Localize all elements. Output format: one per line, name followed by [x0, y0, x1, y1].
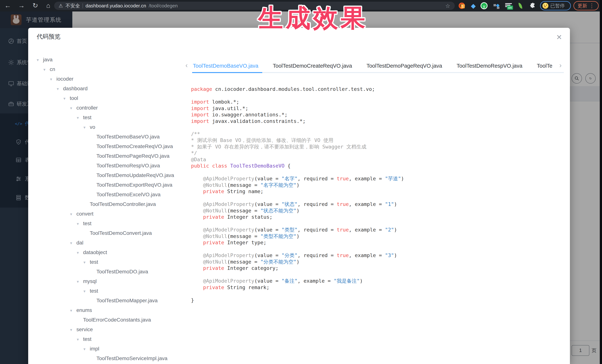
code-token-pl: , example =	[349, 252, 385, 258]
caret-down-icon[interactable]: ▾	[64, 94, 70, 104]
code-token-pl: )	[296, 182, 299, 188]
tab-1[interactable]: ToolTestDemoBaseVO.java	[193, 59, 258, 73]
caret-down-icon[interactable]: ▾	[37, 55, 43, 65]
tree-file-ToolTestDemoPageReqVO.java[interactable]: ToolTestDemoPageReqVO.java	[0, 151, 170, 161]
extension-y-icon[interactable]: y	[480, 2, 488, 10]
tree-file-ToolTestDemoController.java[interactable]: ToolTestDemoController.java	[0, 199, 156, 209]
extension-gem-icon[interactable]: ◆	[469, 2, 477, 10]
tree-folder-dal[interactable]: ▾dal	[0, 238, 83, 248]
caret-down-icon[interactable]: ▾	[77, 113, 83, 123]
tree-file-ToolTestDemoUpdateReqVO.java[interactable]: ToolTestDemoUpdateReqVO.java	[0, 170, 174, 180]
caret-down-icon[interactable]: ▾	[84, 344, 90, 354]
tab-2[interactable]: ToolTestDemoCreateReqVO.java	[273, 59, 352, 73]
active-tab-underline	[192, 72, 262, 73]
code-token-meta: @NotNull	[203, 208, 227, 214]
browser-refresh-icon[interactable]: ↻	[30, 0, 40, 11]
browser-forward-icon[interactable]: →	[16, 0, 27, 11]
tree-node-label: ToolTestDemoController.java	[90, 201, 156, 207]
extension-grid-icon[interactable]: ◆	[493, 2, 501, 10]
tree-folder-iocoder[interactable]: ▾iocoder	[0, 74, 74, 84]
caret-down-icon[interactable]: ▾	[84, 287, 90, 296]
tabs-scroll-left-icon[interactable]: ‹	[185, 62, 188, 69]
tree-file-ToolTestDemoDO.java[interactable]: ToolTestDemoDO.java	[0, 267, 148, 277]
caret-down-icon[interactable]: ▾	[57, 84, 63, 94]
tree-folder-convert[interactable]: ▾convert	[0, 209, 94, 219]
code-token-meta: @ApiModelProperty	[203, 201, 254, 207]
caret-down-icon[interactable]: ▾	[43, 65, 50, 74]
tree-folder-cn[interactable]: ▾cn	[0, 64, 55, 74]
profile-paused-pill[interactable]: 已暂停	[540, 1, 571, 10]
tree-file-ToolTestDemoServiceImpl.java[interactable]: ToolTestDemoServiceImpl.java	[0, 354, 167, 363]
caret-down-icon[interactable]: ▾	[77, 219, 83, 229]
tree-file-ToolTestDemoBaseVO.java[interactable]: ToolTestDemoBaseVO.java	[0, 132, 160, 142]
code-token-meta: @ApiModelProperty	[203, 227, 254, 233]
code-token-pl: , required =	[298, 227, 337, 233]
caret-down-icon[interactable]: ▾	[70, 325, 76, 335]
code-token-str: "我是备注"	[334, 278, 360, 284]
tree-file-ToolTestDemoCreateReqVO.java[interactable]: ToolTestDemoCreateReqVO.java	[0, 142, 173, 151]
tab-5[interactable]: ToolTe	[537, 59, 552, 73]
browser-home-icon[interactable]: ⌂	[43, 0, 54, 11]
code-token-pl: )	[394, 252, 397, 258]
caret-down-icon[interactable]: ▾	[84, 123, 90, 132]
code-token-pl: (value =	[254, 201, 281, 207]
tree-folder-test[interactable]: ▾test	[0, 257, 98, 267]
browser-back-icon[interactable]: ←	[3, 0, 13, 11]
caret-down-icon[interactable]: ▾	[77, 248, 83, 258]
tab-4[interactable]: ToolTestDemoRespVO.java	[457, 59, 522, 73]
bookmark-star-icon[interactable]: ☆	[445, 3, 450, 9]
tabs-scroll-right-icon[interactable]: ›	[559, 62, 562, 69]
tab-3[interactable]: ToolTestDemoPageReqVO.java	[366, 59, 442, 73]
tree-node-label: dashboard	[63, 86, 87, 91]
security-label[interactable]: 不安全	[65, 3, 80, 9]
caret-down-icon[interactable]: ▾	[77, 335, 83, 344]
tree-file-ToolTestDemoExcelVO.java[interactable]: ToolTestDemoExcelVO.java	[0, 190, 161, 199]
tree-node-label: tool	[70, 95, 78, 101]
tree-folder-java[interactable]: ▾java	[0, 55, 53, 64]
tree-folder-enums[interactable]: ▾enums	[0, 305, 92, 315]
extension-plant-icon[interactable]	[516, 2, 525, 10]
caret-down-icon[interactable]: ▾	[50, 74, 56, 84]
screen-edge	[600, 0, 602, 364]
tree-file-ToolTestDemoRespVO.java[interactable]: ToolTestDemoRespVO.java	[0, 161, 160, 170]
address-bar[interactable]: ⚠ 不安全 dashboard.yudao.iocoder.cn /tool/c…	[54, 2, 455, 10]
code-token-kw: import	[191, 105, 209, 111]
tree-folder-tool[interactable]: ▾tool	[0, 94, 78, 103]
code-token-pl: }	[191, 297, 194, 303]
caret-down-icon[interactable]: ▾	[70, 238, 76, 248]
tree-folder-dataobject[interactable]: ▾dataobject	[0, 248, 107, 257]
extension-ubuntu-icon[interactable]: 1	[458, 2, 466, 10]
browser-update-button[interactable]: 更新 ⋮	[573, 1, 599, 10]
tree-file-ToolTestDemoConvert.java[interactable]: ToolTestDemoConvert.java	[0, 228, 152, 238]
code-token-pl: , example =	[349, 201, 385, 207]
tree-folder-vo[interactable]: ▾vo	[0, 122, 95, 132]
extension-list-icon[interactable]: on	[505, 2, 513, 10]
code-token-kw: private	[203, 240, 224, 245]
caret-down-icon[interactable]: ▾	[70, 306, 76, 315]
tree-folder-test[interactable]: ▾test	[0, 113, 91, 122]
tree-file-ToolTestDemoMapper.java[interactable]: ToolTestDemoMapper.java	[0, 296, 158, 305]
tree-file-ToolErrorCodeConstants.java[interactable]: ToolErrorCodeConstants.java	[0, 315, 151, 325]
close-icon[interactable]: ✕	[555, 33, 564, 42]
tree-file-ToolTestDemoExportReqVO.java[interactable]: ToolTestDemoExportReqVO.java	[0, 180, 172, 190]
tree-folder-test[interactable]: ▾test	[0, 334, 91, 344]
tree-folder-dashboard[interactable]: ▾dashboard	[0, 84, 87, 94]
tree-folder-test[interactable]: ▾test	[0, 219, 91, 228]
caret-down-icon[interactable]: ▾	[70, 104, 76, 113]
tree-folder-controller[interactable]: ▾controller	[0, 103, 98, 113]
code-token-pl: (message =	[227, 233, 260, 239]
code-token-str: "3"	[385, 252, 394, 258]
browser-menu-icon[interactable]: ⋮	[589, 3, 595, 9]
tree-folder-test[interactable]: ▾test	[0, 286, 98, 296]
caret-down-icon[interactable]: ▾	[77, 277, 83, 287]
address-divider	[83, 3, 83, 8]
code-token-cm: * 测试示例 Base VO，提供给添加、修改、详细的子 VO 使用	[191, 137, 333, 143]
extension-puzzle-icon[interactable]	[528, 2, 537, 10]
caret-down-icon[interactable]: ▾	[70, 209, 76, 219]
tree-folder-mysql[interactable]: ▾mysql	[0, 277, 97, 286]
tree-folder-impl[interactable]: ▾impl	[0, 344, 99, 354]
tree-node-label: service	[76, 327, 93, 332]
code-token-pl: java.util.*;	[209, 105, 248, 111]
tree-folder-service[interactable]: ▾service	[0, 325, 93, 334]
caret-down-icon[interactable]: ▾	[84, 258, 90, 267]
